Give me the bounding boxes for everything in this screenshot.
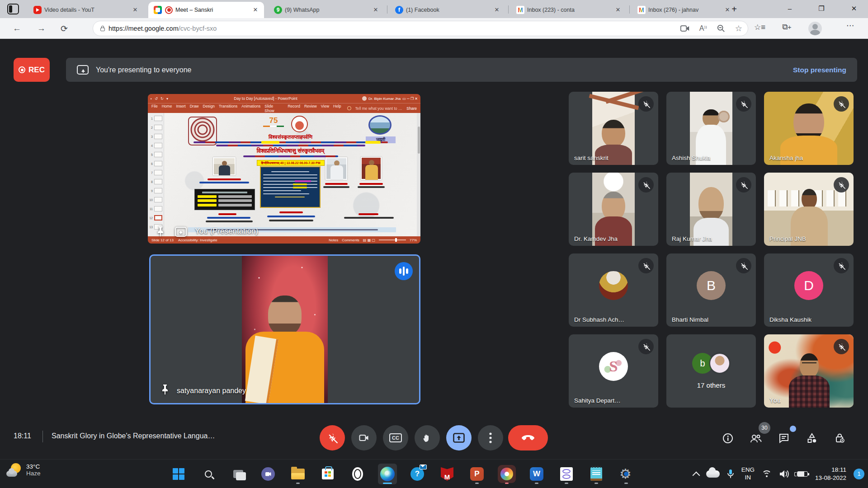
ppt-slide-thumbnail[interactable]: 7 <box>148 168 164 177</box>
tab-workspaces-icon[interactable] <box>7 4 19 14</box>
tab-close-icon[interactable]: ✕ <box>614 6 622 14</box>
ppt-ribbon-tab[interactable]: Help <box>333 104 341 113</box>
end-call-button[interactable] <box>508 425 548 450</box>
photos-pinwheel-icon[interactable] <box>497 464 516 484</box>
tab-facebook[interactable]: f (1) Facebook ✕ <box>390 2 505 18</box>
participant-tile[interactable]: D Diksha Kaushik <box>764 253 854 327</box>
ppt-slide-thumbnail[interactable]: 2 <box>148 123 164 132</box>
ppt-slide-thumbnail[interactable]: 9 <box>148 186 164 195</box>
presentation-tile[interactable]: ▪ ↺ ↻ ▾ Day to Day [Autosaved] - PowerPo… <box>148 94 420 244</box>
tab-youtube[interactable]: Video details - YouT ✕ <box>28 2 144 18</box>
ppt-slide-thumbnail[interactable]: 1 <box>148 114 164 123</box>
ppt-slide-thumbnail[interactable]: 4 <box>148 141 164 150</box>
forward-button[interactable]: → <box>37 23 46 33</box>
edge-browser-icon[interactable] <box>378 464 397 484</box>
browser-profile-avatar[interactable] <box>808 22 822 35</box>
tray-mic-icon[interactable] <box>727 469 734 479</box>
chat-panel-icon[interactable] <box>773 427 795 449</box>
participant-tile[interactable]: Dr Subhash Ach… <box>569 253 658 327</box>
tab-close-icon[interactable]: ✕ <box>493 6 501 14</box>
participant-tile[interactable]: Akansha jha <box>764 92 854 165</box>
task-view-button[interactable] <box>229 464 248 484</box>
ppt-ribbon-tab[interactable]: Review <box>304 104 317 113</box>
browser-menu-icon[interactable]: ⋯ <box>846 21 854 30</box>
battery-icon[interactable] <box>797 471 808 477</box>
oval-app-icon[interactable] <box>348 464 367 484</box>
ppt-ribbon-tab[interactable]: Animations <box>241 104 260 113</box>
participant-tile[interactable]: sarit sanskrit <box>569 92 658 165</box>
address-bar[interactable]: https://meet.google.com/cvc-bycf-sxo A⁾⁾… <box>93 21 748 36</box>
ppt-ribbon-tab[interactable]: Draw <box>190 104 199 113</box>
new-tab-button[interactable]: + <box>729 4 740 15</box>
ppt-slide-thumbnail[interactable]: 10 <box>148 195 164 204</box>
stop-presenting-button[interactable]: Stop presenting <box>793 66 846 74</box>
tab-gmail-2[interactable]: M Inbox (276) - jahnav ✕ <box>632 2 736 18</box>
ppt-ribbon-tab[interactable]: Design <box>203 104 215 113</box>
ppt-ribbon-tab[interactable]: Slide Show <box>264 104 283 113</box>
participant-tile[interactable]: Dr. Kamdev Jha <box>569 173 658 246</box>
ppt-slide-thumbnail[interactable]: 12 <box>148 213 164 222</box>
captions-button[interactable]: CC <box>383 425 408 450</box>
tab-meet-active[interactable]: Meet – Sanskri ✕ <box>148 2 264 18</box>
notepad-icon[interactable] <box>587 464 606 484</box>
ppt-slide-thumbnail[interactable]: 3 <box>148 132 164 141</box>
participant-tile[interactable]: B Diksha Kaushik Bharti Nimbal <box>666 253 756 327</box>
ppt-tell-me[interactable]: Tell me what you want to do <box>355 106 403 111</box>
file-explorer-icon[interactable] <box>288 464 307 484</box>
tab-media-camera-icon[interactable] <box>680 25 689 32</box>
ppt-view-buttons[interactable]: ▤ ▦ ▢ <box>363 238 375 242</box>
refresh-button[interactable]: ⟳ <box>61 23 68 34</box>
ppt-slide-thumbnails[interactable]: 12345678910111213 <box>148 113 164 236</box>
taskbar-weather-widget[interactable]: 33°CHaze <box>6 463 41 477</box>
meeting-details-icon[interactable] <box>717 427 739 449</box>
ppt-comments-button[interactable]: Comments <box>342 238 359 242</box>
mcafee-icon[interactable]: M <box>438 464 457 484</box>
ppt-ribbon-tab[interactable]: Insert <box>176 104 185 113</box>
window-maximize-button[interactable]: ❐ <box>811 0 832 17</box>
onedrive-icon[interactable] <box>706 470 720 478</box>
ppt-slide-thumbnail[interactable]: 6 <box>148 159 164 168</box>
selfview-tile[interactable]: satyanarayan pandey <box>149 254 420 404</box>
collections-icon[interactable]: ⧉+ <box>782 23 791 32</box>
participant-tile[interactable]: Principal JNB <box>764 173 854 246</box>
ppt-notes-button[interactable]: Notes <box>329 238 338 242</box>
ppt-slide-thumbnail[interactable]: 11 <box>148 204 164 213</box>
overflow-tile[interactable]: b 17 others <box>666 334 756 408</box>
window-minimize-button[interactable]: – <box>779 0 800 17</box>
participant-tile[interactable]: Ashish Shukla <box>666 92 756 165</box>
camera-button[interactable] <box>351 425 377 450</box>
get-help-icon[interactable]: ? <box>408 464 427 484</box>
tab-gmail-1[interactable]: M Inbox (223) - conta ✕ <box>511 2 627 18</box>
ppt-share-button[interactable]: Share <box>406 106 417 111</box>
ppt-quick-access-icons[interactable]: ▪ ↺ ↻ ▾ <box>151 97 169 101</box>
ppt-zoom-slider[interactable] <box>379 239 406 240</box>
tab-whatsapp[interactable]: 9 (9) WhatsApp ✕ <box>269 2 384 18</box>
ppt-slide-thumbnail[interactable]: 8 <box>148 177 164 186</box>
start-button[interactable] <box>169 464 188 484</box>
host-controls-icon[interactable] <box>829 427 851 449</box>
ppt-ribbon-tab[interactable]: File <box>151 104 158 113</box>
back-button[interactable]: ← <box>13 23 21 33</box>
mic-mute-button[interactable] <box>320 425 345 450</box>
teams-chat-icon[interactable] <box>259 464 278 484</box>
favorites-bar-icon[interactable]: ☆≡ <box>754 23 765 32</box>
window-close-button[interactable]: ✕ <box>844 0 864 17</box>
zoom-out-icon[interactable] <box>717 24 725 33</box>
participant-tile[interactable]: Raj Kumar Jha <box>666 173 756 246</box>
taskbar-clock[interactable]: 18:1113-08-2022 <box>815 466 846 482</box>
present-button-active[interactable] <box>446 425 472 450</box>
language-indicator[interactable]: ENGIN <box>741 466 755 482</box>
tab-close-icon[interactable]: ✕ <box>131 6 139 14</box>
ppt-ribbon-tab[interactable]: View <box>321 104 329 113</box>
ovals-doc-app-icon[interactable] <box>557 464 576 484</box>
word-icon[interactable]: W <box>527 464 546 484</box>
tab-close-icon[interactable]: ✕ <box>372 6 380 14</box>
read-aloud-icon[interactable]: A⁾⁾ <box>699 24 707 33</box>
activities-icon[interactable] <box>801 427 823 449</box>
microsoft-store-icon[interactable] <box>318 464 337 484</box>
notification-count-badge[interactable]: 1 <box>854 469 864 479</box>
participant-tile-you[interactable]: You <box>764 334 854 408</box>
wifi-icon[interactable] <box>762 470 772 478</box>
ppt-ribbon-tab[interactable]: Home <box>162 104 172 113</box>
ppt-ribbon-tab[interactable]: Record <box>288 104 300 113</box>
